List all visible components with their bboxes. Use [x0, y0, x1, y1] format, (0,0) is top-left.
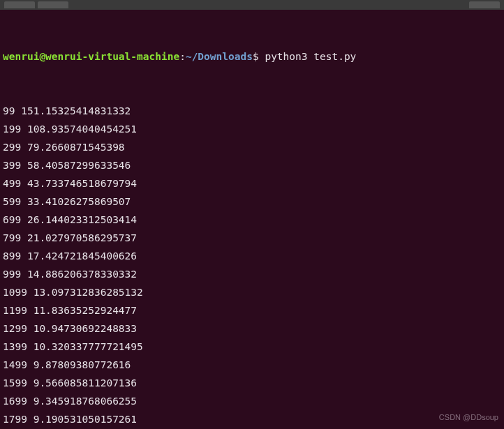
output-row: 1499 9.87809380772616	[3, 356, 501, 374]
prompt-dollar: $	[253, 51, 259, 62]
terminal-viewport[interactable]: wenrui@wenrui-virtual-machine:~/Download…	[0, 10, 504, 429]
output-row: 899 17.424721845400626	[3, 247, 501, 265]
output-row: 599 33.41026275869507	[3, 193, 501, 211]
output-row: 699 26.144023312503414	[3, 211, 501, 229]
prompt-path: ~/Downloads	[186, 51, 253, 62]
output-row: 1299 10.94730692248833	[3, 319, 501, 338]
output-row: 1599 9.566085811207136	[3, 374, 501, 392]
command-text: python3 test.py	[259, 51, 357, 62]
output-row: 399 58.40587299633546	[3, 156, 501, 174]
watermark-text: CSDN @DDsoup	[439, 408, 498, 426]
output-row: 1699 9.345918768066255	[3, 392, 501, 410]
window-titlebar	[0, 0, 504, 10]
prompt-user-host: wenrui@wenrui-virtual-machine	[3, 51, 179, 62]
prompt-colon: :	[179, 51, 186, 62]
output-row: 1099 13.097312836285132	[3, 283, 501, 301]
output-row: 799 21.027970586295737	[3, 229, 501, 247]
output-row: 1799 9.190531050157261	[3, 410, 501, 428]
output-row: 999 14.886206378330332	[3, 265, 501, 283]
output-block: 99 151.15325414831332199 108.93574040454…	[3, 102, 501, 429]
output-row: 99 151.15325414831332	[3, 102, 501, 120]
tab-stub[interactable]	[38, 1, 68, 8]
output-row: 299 79.2660871545398	[3, 138, 501, 156]
tab-stub[interactable]	[469, 1, 500, 8]
output-row: 1399 10.320337777721495	[3, 338, 501, 356]
output-row: 499 43.733746518679794	[3, 174, 501, 193]
command-value: python3 test.py	[265, 51, 356, 62]
output-row: 199 108.93574040454251	[3, 120, 501, 138]
tab-stub[interactable]	[4, 1, 35, 8]
prompt-line: wenrui@wenrui-virtual-machine:~/Download…	[3, 47, 501, 66]
output-row: 1199 11.83635252924477	[3, 301, 501, 319]
